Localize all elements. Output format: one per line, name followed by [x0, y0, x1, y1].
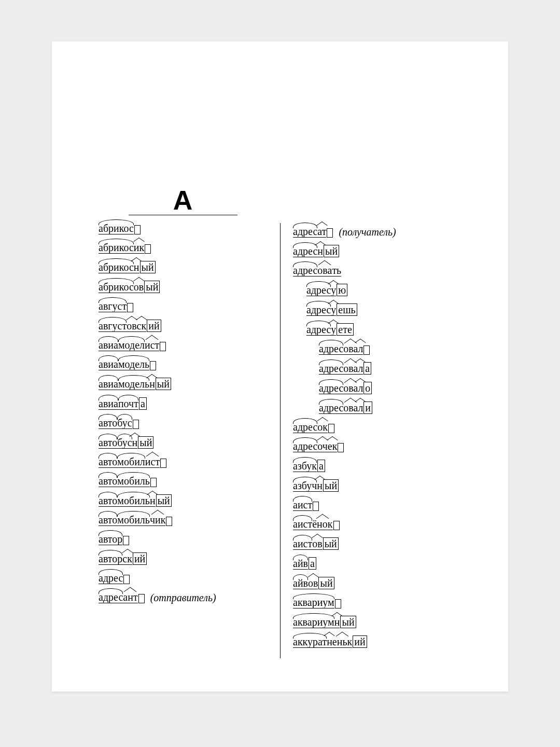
- zero-ending: [127, 303, 133, 312]
- word-entry: адресовать: [293, 265, 461, 276]
- root-morpheme: мобил: [117, 456, 145, 468]
- ending-morpheme: ый: [324, 245, 339, 257]
- section-letter-heading: А: [99, 187, 267, 215]
- ending-morpheme: а: [139, 397, 147, 410]
- ending-morpheme: и: [363, 402, 372, 414]
- root-morpheme: авиа: [99, 358, 118, 370]
- root-morpheme: абрикос: [99, 261, 134, 273]
- word-entry: азбучный: [293, 479, 461, 492]
- root-morpheme: мобиль: [117, 514, 150, 526]
- ending-morpheme: а: [317, 460, 325, 472]
- suffix-morpheme: у: [331, 304, 336, 316]
- ending-morpheme: ый: [140, 261, 156, 273]
- suffix-morpheme: ов: [308, 577, 318, 589]
- suffix-morpheme: ова: [317, 265, 332, 276]
- zero-ending: [313, 502, 319, 511]
- zero-ending: [335, 599, 341, 608]
- suffix-morpheme: ск: [122, 553, 132, 565]
- word-entry: авиамоделист: [99, 339, 267, 351]
- suffix-morpheme: оч: [317, 440, 328, 452]
- word-entry: адресовал: [319, 343, 461, 355]
- suffix-morpheme: н: [150, 495, 156, 507]
- suffix-morpheme: ова: [343, 343, 358, 355]
- root-morpheme: авиа: [99, 339, 118, 351]
- zero-ending: [133, 420, 139, 429]
- root-morpheme: азбук: [293, 460, 317, 472]
- suffix-morpheme: н: [317, 245, 323, 257]
- suffix-morpheme: ек: [328, 440, 338, 452]
- suffix-morpheme: ов: [127, 320, 136, 332]
- two-columns: А абрикосабрикосикабрикосныйабрикосовыйа…: [99, 223, 461, 655]
- suffix-morpheme: н: [132, 437, 138, 449]
- root-morpheme: модел: [118, 339, 145, 351]
- root-morpheme: адрес: [293, 245, 317, 257]
- root-morpheme: адрес: [293, 226, 317, 238]
- root-morpheme: аист: [293, 499, 312, 511]
- word-entry: автомобильчик: [99, 514, 267, 526]
- root-morpheme: абрикос: [99, 223, 134, 234]
- zero-ending: [363, 345, 370, 355]
- right-column: адресат (получатель)адресныйадресоватьад…: [293, 223, 461, 655]
- ending-morpheme: а: [309, 557, 316, 570]
- suffix-morpheme: ова: [343, 382, 358, 394]
- suffix-morpheme: ант: [123, 591, 137, 603]
- suffix-morpheme: еньк: [332, 636, 352, 648]
- root-morpheme: аккурат: [293, 636, 327, 648]
- suffix-morpheme: н: [317, 480, 323, 492]
- ending-morpheme: а: [363, 362, 371, 375]
- ending-morpheme: ий: [147, 320, 161, 332]
- word-entry: август: [99, 300, 267, 312]
- suffix-morpheme: н: [149, 378, 155, 390]
- zero-ending: [123, 575, 130, 584]
- word-entry: авиамодель: [99, 358, 267, 370]
- morpheme: ть: [332, 265, 341, 276]
- suffix-morpheme: л: [358, 363, 363, 375]
- word-entry: автобусный: [99, 436, 267, 449]
- word-entry: адресочек: [293, 440, 461, 452]
- root-morpheme: мобиль: [117, 475, 150, 487]
- zero-ending: [138, 594, 145, 603]
- word-entry: адресант (отправитель): [99, 591, 267, 603]
- root-morpheme: азбуч: [293, 480, 317, 492]
- zero-ending: [338, 443, 344, 452]
- word-entry: абрикосик: [99, 242, 267, 254]
- ending-morpheme: ый: [318, 577, 334, 589]
- root-morpheme: модель: [118, 378, 149, 390]
- section-letter: А: [99, 187, 267, 214]
- suffix-morpheme: ова: [343, 363, 358, 375]
- word-entry: адресок: [293, 421, 461, 433]
- word-entry: адресный: [293, 245, 461, 257]
- ending-morpheme: ю: [337, 284, 347, 296]
- zero-ending: [145, 244, 151, 254]
- suffix-morpheme: л: [358, 343, 363, 355]
- word-entry: адресат (получатель): [293, 226, 461, 238]
- root-morpheme: автор: [99, 533, 122, 545]
- word-entry: абрикосовый: [99, 281, 267, 293]
- word-entry: автомобиль: [99, 475, 267, 487]
- root-morpheme: айв: [293, 577, 308, 589]
- root-morpheme: авто: [99, 456, 117, 468]
- suffix-morpheme: ова: [343, 402, 358, 414]
- word-entry: августовский: [99, 320, 267, 332]
- word-entry: аквариумный: [293, 616, 461, 628]
- suffix-morpheme: ок: [317, 421, 328, 433]
- word-entry: авиапочта: [99, 397, 267, 410]
- suffix-morpheme: чик: [150, 514, 165, 526]
- zero-ending: [328, 424, 334, 433]
- word-entry: адресовало: [319, 382, 461, 394]
- root-morpheme: адрес: [319, 402, 343, 414]
- word-entry: авиамодельный: [99, 378, 267, 390]
- word-entry: аистёнок: [293, 518, 461, 530]
- word-entry: азбука: [293, 460, 461, 472]
- suffix-morpheme: л: [358, 402, 363, 414]
- suffix-morpheme: ат: [317, 226, 326, 238]
- suffix-morpheme: ёнок: [312, 518, 332, 530]
- word-entry: аккуратненький: [293, 635, 461, 648]
- root-morpheme: авиа: [99, 398, 118, 410]
- root-morpheme: бус: [117, 417, 132, 429]
- root-morpheme: абрикос: [99, 242, 134, 254]
- root-morpheme: авто: [99, 437, 117, 449]
- root-morpheme: адрес: [293, 421, 317, 433]
- root-morpheme: аквариум: [293, 616, 334, 628]
- suffix-morpheme: у: [331, 324, 336, 336]
